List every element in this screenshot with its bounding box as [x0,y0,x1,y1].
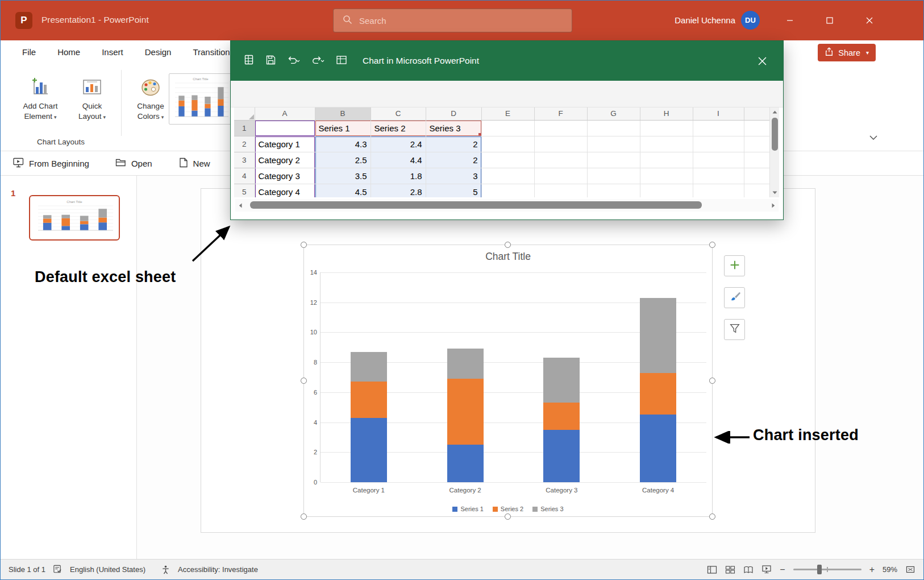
resize-handle-top-left[interactable] [301,242,307,248]
accessibility-status[interactable]: Accessibility: Investigate [178,565,258,574]
bar-category-2-series-3[interactable] [447,349,484,379]
slide-sorter-button[interactable] [725,565,735,574]
horizontal-scroll-thumb[interactable] [250,201,702,209]
chart-object[interactable]: Chart Title 02468101214Category 1Categor… [303,245,713,517]
cell-D3[interactable]: 2 [426,152,481,168]
cell-H2[interactable] [640,136,693,152]
vertical-scroll-thumb[interactable] [772,118,778,151]
add-chart-element-button[interactable]: Add Chart Element▾ [12,72,69,121]
cell-I4[interactable] [693,168,744,184]
quick-layout-button[interactable]: Quick Layout▾ [71,72,113,121]
bar-category-3-series-1[interactable] [543,430,580,482]
undo-button[interactable] [287,55,301,67]
bar-category-2-series-2[interactable] [447,379,484,445]
redo-button[interactable] [311,55,325,67]
cell-I1[interactable] [693,120,744,136]
resize-handle-top-center[interactable] [505,242,511,248]
slide-canvas[interactable]: Chart Title 02468101214Category 1Categor… [201,188,815,533]
col-header-D[interactable]: D [426,107,481,120]
cell-X5[interactable] [744,184,771,197]
cell-C2[interactable]: 2.4 [371,136,426,152]
zoom-out-button[interactable]: − [780,565,785,575]
bar-category-2-series-1[interactable] [447,445,484,482]
bar-category-3-series-3[interactable] [543,358,580,403]
col-header-A[interactable]: A [255,107,315,120]
maximize-button[interactable] [810,1,850,40]
zoom-slider[interactable] [793,569,861,570]
cell-H5[interactable] [640,184,693,197]
cell-F1[interactable] [534,120,587,136]
resize-handle-bottom-left[interactable] [301,513,307,520]
ribbon-tab-home[interactable]: Home [49,43,88,61]
search-input[interactable]: Search [333,9,572,32]
cell-E1[interactable] [481,120,534,136]
scroll-left-icon[interactable] [235,199,245,212]
cell-F4[interactable] [534,168,587,184]
cell-H3[interactable] [640,152,693,168]
cell-F5[interactable] [534,184,587,197]
row-header-3[interactable]: 3 [234,152,255,168]
chart-style-button[interactable] [724,287,745,308]
col-header-partial[interactable] [744,107,771,120]
resize-handle-bottom-center[interactable] [505,513,511,520]
cell-D1[interactable]: Series 3 [426,120,481,136]
cell-D5[interactable]: 5 [426,184,481,197]
excel-grid[interactable]: ABCDEFGHI1Series 1Series 2Series 32Categ… [234,107,772,197]
cell-X4[interactable] [744,168,771,184]
cell-G1[interactable] [587,120,640,136]
ribbon-tab-file[interactable]: File [14,43,44,61]
cell-G3[interactable] [587,152,640,168]
cell-I3[interactable] [693,152,744,168]
language-indicator[interactable]: English (United States) [70,565,145,574]
cell-A3[interactable]: Category 2 [255,152,315,168]
reading-view-button[interactable] [743,565,754,574]
ribbon-tab-design[interactable]: Design [137,43,180,61]
row-header-1[interactable]: 1 [234,120,255,136]
excel-select-all[interactable] [234,107,255,120]
zoom-slider-thumb[interactable] [817,565,822,574]
cell-F2[interactable] [534,136,587,152]
col-header-E[interactable]: E [481,107,534,120]
cell-D2[interactable]: 2 [426,136,481,152]
excel-close-button[interactable] [754,52,771,69]
cell-C1[interactable]: Series 2 [371,120,426,136]
excel-vertical-scrollbar[interactable] [769,107,779,197]
cell-B4[interactable]: 3.5 [315,168,371,184]
slide-1-thumbnail[interactable]: Chart Title [29,195,120,241]
cell-G2[interactable] [587,136,640,152]
normal-view-button[interactable] [707,565,717,574]
cell-E2[interactable] [481,136,534,152]
cell-F3[interactable] [534,152,587,168]
bar-category-4-series-1[interactable] [640,415,676,482]
cell-A4[interactable]: Category 3 [255,168,315,184]
cell-X1[interactable] [744,120,771,136]
cell-C3[interactable]: 4.4 [371,152,426,168]
row-header-2[interactable]: 2 [234,136,255,152]
resize-handle-top-right[interactable] [709,242,715,248]
row-header-5[interactable]: 5 [234,184,255,197]
resize-handle-middle-left[interactable] [301,378,307,384]
cell-E3[interactable] [481,152,534,168]
cell-G4[interactable] [587,168,640,184]
col-header-H[interactable]: H [640,107,693,120]
cell-B2[interactable]: 4.3 [315,136,371,152]
spell-check-icon[interactable] [53,565,63,574]
user-name[interactable]: Daniel Uchenna [675,15,735,25]
cell-A1[interactable] [255,120,315,136]
row-header-4[interactable]: 4 [234,168,255,184]
collapse-ribbon-button[interactable] [869,132,878,143]
user-avatar[interactable]: DU [741,11,760,30]
from-beginning-button[interactable]: From Beginning [13,158,89,169]
save-button[interactable] [265,55,276,68]
chart-plot[interactable]: 02468101214Category 1Category 2Category … [320,272,706,482]
cell-H1[interactable] [640,120,693,136]
fit-slide-button[interactable] [905,565,915,574]
cell-X2[interactable] [744,136,771,152]
col-header-F[interactable]: F [534,107,587,120]
cell-C5[interactable]: 2.8 [371,184,426,197]
ribbon-tab-insert[interactable]: Insert [94,43,131,61]
cell-C4[interactable]: 1.8 [371,168,426,184]
cell-A5[interactable]: Category 4 [255,184,315,197]
bar-category-1-series-3[interactable] [351,352,387,382]
cell-H4[interactable] [640,168,693,184]
